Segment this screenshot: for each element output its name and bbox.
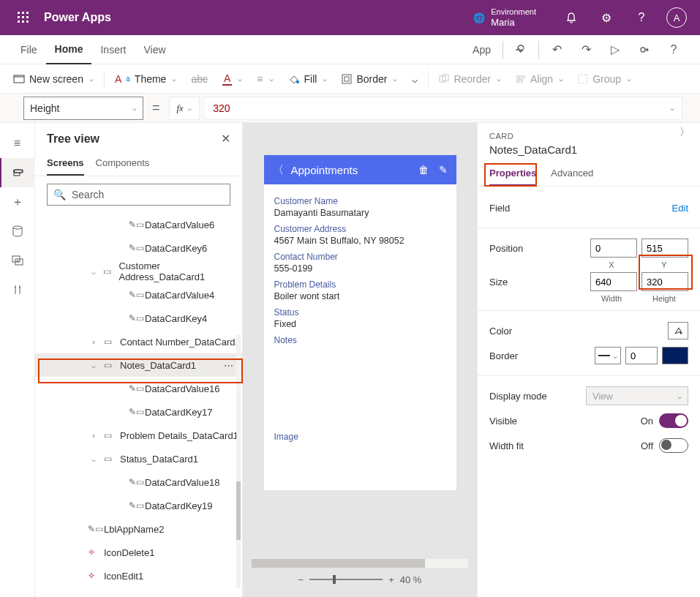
undo-icon[interactable]: ↶: [542, 35, 571, 64]
redo-icon[interactable]: ↷: [571, 35, 601, 64]
rail-hamburger-icon[interactable]: ≡: [0, 129, 35, 158]
more-icon[interactable]: ⋯: [224, 360, 233, 371]
display-mode-select[interactable]: View⌵: [586, 386, 688, 405]
equals-sign: =: [149, 100, 163, 116]
delete-icon[interactable]: 🗑: [418, 164, 429, 176]
zoom-out-button[interactable]: −: [298, 574, 304, 585]
help-icon[interactable]: ?: [624, 0, 659, 35]
custname-value: Damayanti Basumatary: [274, 208, 446, 218]
edit-field-link[interactable]: Edit: [672, 203, 688, 214]
border-style-select[interactable]: ⌵: [595, 347, 621, 364]
tree-item-datacardkey17[interactable]: ✎▭DataCardKey17: [35, 400, 242, 424]
border-button[interactable]: Border⌵: [334, 64, 404, 94]
tree-item-datacardvalue4[interactable]: ✎▭DataCardValue4: [35, 283, 242, 307]
widthfit-toggle[interactable]: [659, 438, 688, 453]
tree-search-input[interactable]: 🔍 Search: [47, 184, 230, 206]
property-selector[interactable]: Height⌵: [23, 97, 143, 120]
strikethrough-button[interactable]: abc: [184, 64, 215, 94]
tree-scrollbar[interactable]: [236, 335, 241, 588]
canvas-horizontal-scrollbar[interactable]: [252, 559, 468, 568]
tree-item-datacardkey19[interactable]: ✎▭DataCardKey19: [35, 494, 242, 517]
rail-media-icon[interactable]: [0, 246, 35, 275]
border-color-swatch[interactable]: [662, 347, 688, 364]
svg-point-12: [296, 80, 299, 83]
align-button[interactable]: ≡⌵: [249, 64, 280, 94]
zoom-slider[interactable]: [309, 579, 383, 580]
width-sublabel: Width: [587, 294, 636, 303]
svg-rect-14: [345, 77, 349, 81]
menu-app[interactable]: App: [464, 35, 500, 64]
more-toolbar-button[interactable]: ⌵: [404, 64, 425, 94]
new-screen-button[interactable]: New screen⌵: [6, 64, 101, 94]
next-control-icon[interactable]: 〉: [680, 126, 690, 139]
align-objects-button[interactable]: Align⌵: [508, 64, 571, 94]
svg-rect-19: [519, 80, 522, 82]
tree-item-datacardvalue16[interactable]: ✎▭DataCardValue16: [35, 377, 242, 400]
tree-item-contact-number[interactable]: ›▭Contact Number_DataCard1: [35, 330, 242, 353]
x-sublabel: X: [587, 260, 636, 269]
menu-view[interactable]: View: [135, 35, 174, 64]
border-label: Border: [489, 350, 518, 361]
status-value: Fixed: [274, 319, 446, 329]
zoom-in-button[interactable]: +: [388, 574, 394, 585]
tree-item-datacardkey6[interactable]: ✎▭DataCardKey6: [35, 236, 242, 260]
tab-screens[interactable]: Screens: [47, 151, 84, 176]
notifications-icon[interactable]: [554, 0, 589, 35]
edit-icon[interactable]: ✎: [439, 164, 448, 176]
help-toolbar-icon[interactable]: ?: [659, 35, 688, 64]
tree-item-datacardkey4[interactable]: ✎▭DataCardKey4: [35, 307, 242, 330]
visible-toggle[interactable]: [659, 413, 688, 428]
svg-rect-7: [22, 20, 24, 23]
menu-file[interactable]: File: [12, 35, 46, 64]
tree-item-datacardvalue18[interactable]: ✎▭DataCardValue18: [35, 470, 242, 494]
fill-button[interactable]: Fill⌵: [281, 64, 335, 94]
tree-item-customer-address[interactable]: ⌵▭Customer Address_DataCard1: [35, 260, 242, 283]
fx-button[interactable]: fx⌵: [169, 97, 200, 120]
formula-input[interactable]: 320⌵: [206, 97, 682, 120]
rail-data-icon[interactable]: [0, 217, 35, 246]
position-x-input[interactable]: [590, 239, 637, 258]
tree-item-lblappname2[interactable]: ✎▭LblAppName2: [35, 517, 242, 541]
rail-insert-icon[interactable]: ＋: [0, 187, 35, 217]
visible-value: On: [641, 416, 653, 427]
widthfit-value: Off: [641, 440, 653, 451]
svg-rect-6: [18, 20, 20, 23]
reorder-button[interactable]: Reorder⌵: [432, 64, 508, 94]
custname-label: Customer Name: [274, 196, 446, 206]
menu-insert[interactable]: Insert: [91, 35, 135, 64]
font-color-button[interactable]: A⌵: [215, 64, 249, 94]
tree-item-datacardvalue6[interactable]: ✎▭DataCardValue6: [35, 213, 242, 236]
tree-title: Tree view: [47, 132, 99, 146]
waffle-icon[interactable]: [6, 12, 41, 23]
play-icon[interactable]: ▷: [601, 35, 630, 64]
size-width-input[interactable]: [590, 272, 637, 291]
share-icon[interactable]: [630, 35, 659, 64]
color-swatch[interactable]: [668, 322, 688, 339]
rail-tools-icon[interactable]: [0, 275, 35, 304]
tab-advanced[interactable]: Advanced: [551, 162, 593, 186]
widthfit-label: Width fit: [489, 440, 524, 451]
search-icon: 🔍: [53, 189, 66, 200]
group-button[interactable]: Group⌵: [571, 64, 639, 94]
props-kicker: CARD: [478, 132, 700, 140]
svg-point-26: [680, 332, 682, 334]
theme-button[interactable]: Aa Theme⌵: [108, 64, 184, 94]
rail-tree-icon[interactable]: [0, 158, 35, 187]
account-avatar[interactable]: A: [659, 0, 694, 35]
menu-home[interactable]: Home: [46, 35, 92, 64]
tree-item-iconedit1[interactable]: ✧IconEdit1: [35, 564, 242, 587]
back-icon[interactable]: 〈: [273, 163, 284, 177]
svg-rect-13: [342, 75, 351, 83]
tree-item-icondelete1[interactable]: ✧IconDelete1: [35, 541, 242, 564]
tab-components[interactable]: Components: [96, 151, 150, 176]
settings-icon[interactable]: ⚙: [589, 0, 624, 35]
custaddr-value: 4567 Main St Buffalo, NY 98052: [274, 236, 446, 246]
health-icon[interactable]: [506, 35, 535, 64]
environment-selector[interactable]: Environment Maria: [491, 7, 536, 29]
border-width-input[interactable]: [625, 347, 658, 364]
tree-item-status[interactable]: ⌵▭Status_DataCard1: [35, 447, 242, 470]
canvas-preview[interactable]: 〈 Appointments 🗑 ✎ Customer Name Damayan…: [264, 155, 456, 490]
tree-item-notes-selected[interactable]: ⌵▭Notes_DataCard1⋯: [35, 353, 242, 377]
tree-item-problem-details[interactable]: ›▭Problem Details_DataCard1: [35, 424, 242, 447]
close-tree-icon[interactable]: ✕: [221, 132, 230, 146]
